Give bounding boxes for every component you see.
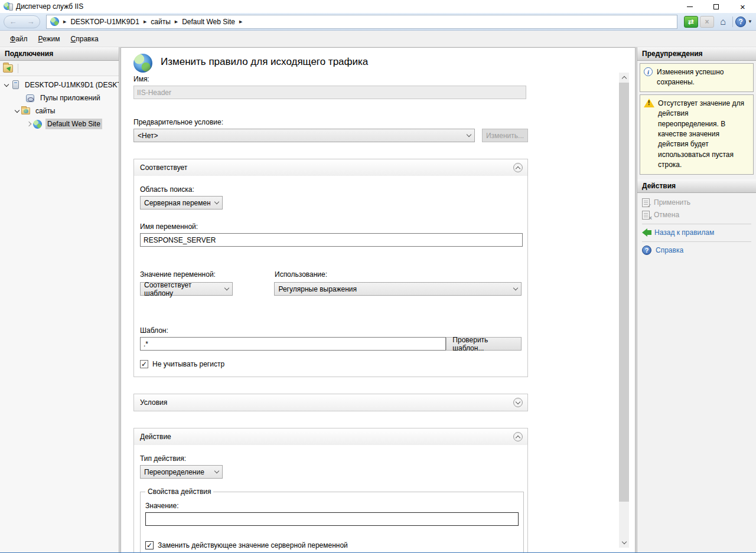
- tree-label-server[interactable]: DESKTOP-U1MK9D1 (DESKTOP: [23, 80, 119, 90]
- using-label: Использование:: [275, 270, 327, 279]
- test-pattern-button[interactable]: Проверить шаблон...: [446, 337, 522, 351]
- tree-item-app-pools[interactable]: Пулы приложений: [0, 91, 119, 104]
- cancel-label: Отмена: [654, 211, 679, 219]
- apply-icon: ✓: [642, 198, 650, 207]
- chevron-down-icon: [467, 132, 471, 137]
- home-button[interactable]: ⌂: [716, 16, 730, 28]
- info-alert-text: Изменения успешно сохранены.: [657, 67, 750, 88]
- menu-bar: Файл Режим Справка: [0, 31, 756, 47]
- apply-action: ✓ Применить: [637, 197, 756, 209]
- variable-value-select[interactable]: Соответствует шаблону: [140, 282, 233, 296]
- menu-view[interactable]: Режим: [33, 32, 66, 45]
- tree-label-sites[interactable]: сайты: [34, 106, 57, 116]
- menu-help[interactable]: Справка: [66, 32, 104, 45]
- collapse-section-button[interactable]: [513, 432, 523, 441]
- refresh-button[interactable]: ⇄: [684, 16, 698, 28]
- scrollbar-thumb[interactable]: [619, 83, 629, 502]
- tree-item-sites[interactable]: сайты: [0, 104, 119, 117]
- breadcrumb-default-web-site[interactable]: Default Web Site: [182, 18, 235, 26]
- collapse-section-button[interactable]: [513, 163, 523, 172]
- close-button[interactable]: ×: [729, 0, 756, 13]
- conditions-section-header[interactable]: Условия: [134, 394, 527, 411]
- action-value-input[interactable]: [145, 512, 519, 526]
- address-toolbar: ⇄ × ⌂ ? ▼: [682, 16, 752, 28]
- server-icon: [12, 80, 19, 89]
- tree-item-default-web-site[interactable]: Default Web Site: [0, 117, 119, 130]
- restore-icon: [713, 4, 719, 9]
- pattern-label: Шаблон:: [140, 326, 522, 335]
- help-dropdown-caret[interactable]: ▼: [748, 19, 752, 24]
- back-to-rules-link[interactable]: Назад к правилам: [654, 228, 714, 237]
- match-section-header[interactable]: Соответствует: [134, 159, 527, 176]
- ignore-case-checkbox[interactable]: ✓: [140, 360, 148, 368]
- cancel-icon: ×: [642, 211, 650, 220]
- replace-value-checkbox[interactable]: ✓: [145, 541, 154, 549]
- using-select[interactable]: Регулярные выражения: [274, 282, 522, 296]
- scope-label: Область поиска:: [140, 185, 522, 194]
- breadcrumb-arrow-icon[interactable]: ▶: [175, 19, 178, 24]
- minimize-icon: [687, 6, 693, 7]
- forward-button[interactable]: →: [27, 18, 35, 25]
- scope-select[interactable]: Серверная переменн: [140, 196, 223, 210]
- chevron-down-icon[interactable]: [15, 107, 19, 112]
- chevron-right-icon[interactable]: [27, 122, 31, 126]
- help-action[interactable]: ? Справка: [637, 244, 756, 257]
- tree-label-app-pools[interactable]: Пулы приложений: [38, 93, 102, 103]
- save-connection-icon[interactable]: [3, 64, 13, 73]
- chevron-down-icon: [621, 539, 626, 544]
- check-icon: ✓: [146, 542, 152, 549]
- back-arrow-icon: [642, 228, 647, 237]
- name-label: Имя:: [133, 75, 616, 83]
- scroll-up-button[interactable]: [619, 73, 629, 83]
- chevron-up-icon: [516, 166, 520, 171]
- warning-alert-text: Отсутствует значение для действия переоп…: [658, 99, 750, 171]
- variable-name-input[interactable]: RESPONSE_SERVER: [140, 233, 523, 247]
- help-link[interactable]: Справка: [656, 246, 683, 254]
- chevron-down-icon: [214, 469, 219, 473]
- back-to-rules-action[interactable]: Назад к правилам: [637, 227, 756, 239]
- connections-panel: Подключения DESKTOP-U1MK9D1 (DESKTOP Пул…: [0, 47, 119, 553]
- chevron-down-icon: [513, 286, 518, 290]
- breadcrumb-arrow-icon[interactable]: ▶: [239, 19, 242, 24]
- menu-file[interactable]: Файл: [5, 32, 33, 45]
- refresh-icon: ⇄: [688, 18, 694, 26]
- replace-value-row[interactable]: ✓ Заменить действующее значение серверно…: [145, 541, 519, 549]
- info-alert: i Изменения успешно сохранены.: [640, 63, 754, 92]
- actions-separator: [642, 224, 751, 224]
- action-section: Действие Тип действия: Переопределение С…: [133, 428, 528, 553]
- breadcrumb-server[interactable]: DESKTOP-U1MK9D1: [70, 18, 139, 26]
- scroll-down-button[interactable]: [619, 538, 629, 548]
- chevron-up-icon: [621, 76, 626, 81]
- help-button[interactable]: ?: [735, 17, 746, 27]
- breadcrumb-sites[interactable]: сайты: [151, 18, 171, 26]
- application-pools-icon: [26, 94, 34, 102]
- action-section-header[interactable]: Действие: [134, 428, 527, 445]
- tree-item-server[interactable]: DESKTOP-U1MK9D1 (DESKTOP: [0, 78, 119, 91]
- using-value: Регулярные выражения: [278, 285, 357, 293]
- back-button[interactable]: ←: [9, 18, 17, 25]
- breadcrumb-arrow-icon[interactable]: ▶: [63, 19, 66, 24]
- iis-app-icon: [4, 2, 13, 11]
- page-title: Изменить правило для исходящего трафика: [161, 56, 368, 68]
- precondition-select[interactable]: <Нет>: [133, 129, 475, 142]
- restore-button[interactable]: [703, 0, 729, 13]
- chevron-down-icon[interactable]: [4, 81, 9, 86]
- stop-icon: ×: [705, 18, 709, 26]
- address-breadcrumb-bar[interactable]: ▶ DESKTOP-U1MK9D1 ▶ сайты ▶ Default Web …: [46, 15, 677, 29]
- breadcrumb-arrow-icon[interactable]: ▶: [144, 19, 146, 24]
- match-section-title: Соответствует: [140, 163, 187, 172]
- tree-label-default-web-site[interactable]: Default Web Site: [45, 119, 102, 129]
- expand-section-button[interactable]: [513, 398, 523, 407]
- scope-value: Серверная переменн: [144, 199, 210, 207]
- minimize-button[interactable]: [676, 0, 703, 13]
- action-type-select[interactable]: Переопределение: [140, 465, 223, 479]
- pattern-input[interactable]: .*: [140, 337, 446, 351]
- sites-folder-icon: [21, 107, 30, 114]
- iis-manager-window: Диспетчер служб IIS × ← → ▶ DESKTOP-U1MK…: [0, 0, 756, 553]
- right-panel: Предупреждения i Изменения успешно сохра…: [637, 47, 756, 553]
- ignore-case-label: Не учитывать регистр: [152, 360, 224, 368]
- vertical-scrollbar[interactable]: [619, 73, 629, 548]
- ignore-case-row[interactable]: ✓ Не учитывать регистр: [140, 360, 522, 368]
- action-value-label: Значение:: [145, 502, 519, 510]
- home-icon: ⌂: [720, 17, 726, 27]
